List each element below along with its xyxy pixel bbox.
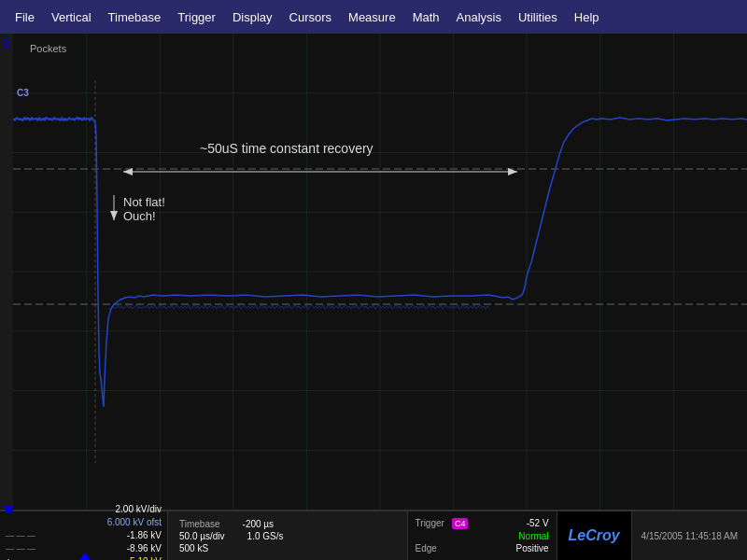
menubar: File Vertical Timebase Trigger Display C… [0,0,747,34]
svg-text:~50uS time constant recovery: ~50uS time constant recovery [200,141,374,156]
menu-trigger[interactable]: Trigger [170,7,223,28]
menu-analysis[interactable]: Analysis [449,7,509,28]
menu-measure[interactable]: Measure [341,7,403,28]
timebase-sample-rate: 1.0 GS/s [247,531,284,541]
pockets-label: Pockets [30,43,66,54]
timebase-info-panel: Timebase -200 µs 50.0 µs/div 1.0 GS/s 50… [168,511,407,560]
datetime-text: 4/15/2005 11:45:18 AM [641,531,738,541]
menu-file[interactable]: File [7,7,42,28]
channel-indicator: C3 [17,88,29,98]
timebase-value: -200 µs [243,519,275,529]
ch-offset-row: 6.000 kV ofst [6,516,162,529]
trigger-position-marker [79,553,91,560]
svg-text:Not flat!: Not flat! [123,195,165,209]
ch-volts-row: 2.00 kV/div [6,503,162,516]
channel-color-indicator [6,506,13,513]
timebase-label: Timebase [179,519,220,529]
trigger-channel-badge: C4 [452,518,469,529]
channel-info-panel: 2.00 kV/div 6.000 kV ofst — — — -1.86 kV… [0,511,168,560]
menu-math[interactable]: Math [405,7,447,28]
timebase-samples: 500 kS [179,543,208,553]
svg-text:Ouch!: Ouch! [123,209,156,223]
channel-label: C3 [2,37,11,49]
scope-area: C3 [0,34,747,510]
menu-utilities[interactable]: Utilities [511,7,565,28]
trigger-type-label: Edge [416,543,437,553]
timebase-row1: Timebase -200 µs [179,519,396,529]
datetime-display: 4/15/2005 11:45:18 AM [631,511,747,560]
ch-delta-y: -5.10 kV [127,555,162,560]
trigger-info-panel: Trigger C4 -52 V Normal Edge Positive [407,511,557,560]
ch-offset: 6.000 kV ofst [107,516,162,529]
ch-cursor2: -8.96 kV [127,542,162,555]
waveform-canvas: ~50uS time constant recovery Not flat! O… [13,34,747,510]
menu-display[interactable]: Display [225,7,280,28]
ch-cursor1-row: — — — -1.86 kV [6,529,162,542]
menu-timebase[interactable]: Timebase [101,7,169,28]
timebase-div: 50.0 µs/div [179,531,225,541]
trigger-slope: Positive [516,543,549,553]
ch-volts-div: 2.00 kV/div [116,503,162,516]
lecroy-logo: LeCroy [557,511,631,560]
trigger-row1: Trigger C4 -52 V [416,518,549,529]
left-strip: C3 [0,34,13,510]
trigger-mode: Normal [518,531,548,541]
trigger-row3: Edge Positive [416,543,549,553]
timebase-row2: 50.0 µs/div 1.0 GS/s [179,531,396,541]
timebase-row3: 500 kS [179,543,396,553]
oscilloscope-display: ~50uS time constant recovery Not flat! O… [13,34,747,510]
trigger-level: -52 V [527,518,549,529]
logo-text: LeCroy [569,527,620,544]
status-bar: 2.00 kV/div 6.000 kV ofst — — — -1.86 kV… [0,510,747,560]
trigger-row2: Normal [416,531,549,541]
ch-cursor1: -1.86 kV [127,529,162,542]
menu-vertical[interactable]: Vertical [44,7,99,28]
menu-help[interactable]: Help [567,7,607,28]
menu-cursors[interactable]: Cursors [282,7,340,28]
trigger-label: Trigger [416,518,444,529]
